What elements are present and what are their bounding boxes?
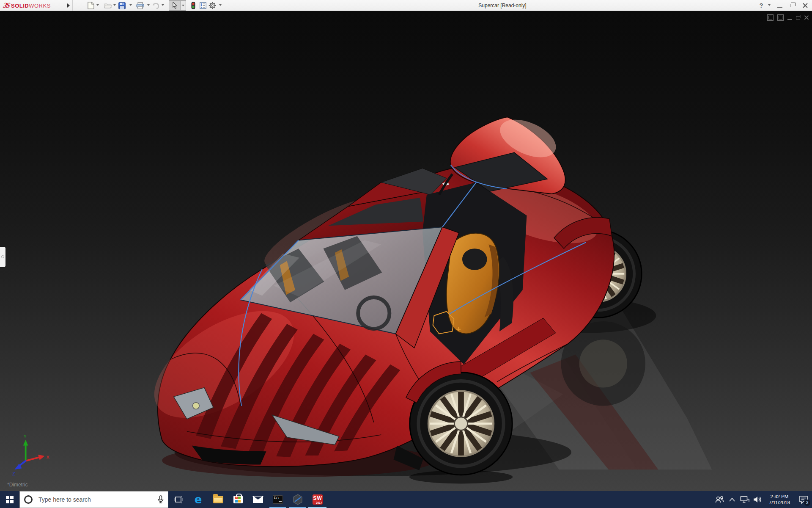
print-button[interactable]	[136, 1, 144, 10]
help-button[interactable]: ?	[755, 0, 767, 11]
solidworks-logo: 3S SOLIDWORKS	[0, 0, 64, 11]
dassault-3s-logo-icon: 3S	[3, 1, 10, 10]
volume-icon	[753, 496, 762, 503]
close-icon	[803, 3, 808, 8]
chevron-up-icon	[729, 498, 735, 502]
solidworks-2017-icon: SW2017	[313, 494, 323, 505]
search-placeholder: Type here to search	[38, 496, 158, 503]
rebuild-traffic-light-icon	[191, 2, 195, 9]
taskbar-item-edge[interactable]: e	[188, 491, 208, 508]
hidden-icons-button[interactable]	[726, 491, 738, 508]
titlebar: 3S SOLIDWORKS	[0, 0, 812, 11]
taskbar-item-solidworks[interactable]: SW2017	[307, 491, 327, 508]
brand-text: SOLIDWORKS	[11, 3, 51, 9]
restore-button[interactable]	[786, 0, 798, 11]
new-document-icon	[88, 2, 94, 9]
search-box[interactable]: Type here to search	[19, 491, 168, 508]
new-document-button[interactable]	[87, 1, 95, 10]
window-title: Supercar [Read-only]	[447, 0, 557, 11]
select-tool-group	[169, 0, 186, 11]
new-document-dropdown[interactable]	[96, 4, 100, 8]
close-button[interactable]	[799, 0, 811, 11]
network-button[interactable]	[738, 491, 751, 508]
print-dropdown[interactable]	[147, 4, 151, 8]
command-prompt-icon: C:\	[273, 495, 283, 504]
open-dropdown[interactable]	[113, 4, 117, 8]
composer-hexagon-icon	[292, 494, 303, 505]
undo-icon	[152, 3, 159, 9]
volume-button[interactable]	[751, 491, 764, 508]
windows-logo-icon	[6, 496, 14, 503]
microphone-icon[interactable]	[158, 495, 164, 504]
graphics-viewport[interactable]: Y X Z *Dimetric	[0, 11, 812, 491]
clock[interactable]: 2:42 PM 7/11/2018	[764, 494, 795, 505]
start-button[interactable]	[0, 491, 19, 508]
file-explorer-icon	[213, 496, 223, 503]
undo-dropdown[interactable]	[162, 4, 165, 8]
taskbar-item-cmd[interactable]: C:\	[268, 491, 288, 508]
taskbar-item-composer[interactable]	[288, 491, 307, 508]
select-tool-button[interactable]	[169, 1, 180, 10]
save-icon	[118, 2, 126, 9]
open-button[interactable]	[104, 1, 112, 10]
orientation-triad[interactable]: Y X Z	[12, 434, 49, 476]
taskbar-item-store[interactable]	[228, 491, 248, 508]
file-properties-icon	[200, 2, 206, 9]
cortana-icon	[24, 495, 33, 504]
notification-badge: 3	[804, 500, 810, 506]
people-icon	[715, 496, 724, 503]
options-gear-icon	[208, 2, 216, 9]
save-button[interactable]	[118, 1, 126, 10]
taskbar-item-mail[interactable]	[248, 491, 268, 508]
options-button[interactable]	[208, 1, 217, 10]
restore-icon	[790, 4, 794, 7]
task-view-button[interactable]	[168, 491, 188, 508]
menu-flyout-button[interactable]	[64, 0, 73, 11]
open-folder-icon	[104, 2, 112, 9]
tray-date: 7/11/2018	[764, 500, 795, 505]
svg-text:Y: Y	[24, 434, 27, 439]
flyout-arrow-icon	[67, 3, 70, 8]
mail-icon	[252, 496, 263, 503]
help-dropdown[interactable]	[768, 4, 771, 8]
svg-text:Z: Z	[12, 471, 15, 476]
select-tool-dropdown[interactable]	[180, 1, 186, 10]
taskbar-item-file-explorer[interactable]	[208, 491, 228, 508]
undo-button[interactable]	[151, 1, 160, 10]
taskbar: Type here to search e C:\	[0, 491, 812, 508]
select-cursor-icon	[172, 2, 178, 9]
minimize-button[interactable]	[774, 0, 786, 11]
svg-text:X: X	[46, 455, 49, 460]
system-tray: 2:42 PM 7/11/2018 3	[713, 491, 812, 508]
task-view-icon	[174, 495, 183, 504]
file-properties-button[interactable]	[199, 1, 207, 10]
store-icon	[233, 496, 243, 503]
minimize-icon	[777, 7, 782, 8]
edge-icon: e	[195, 493, 202, 506]
tray-time: 2:42 PM	[764, 494, 795, 500]
view-orientation-label: *Dimetric	[7, 482, 28, 488]
action-center-button[interactable]: 3	[795, 491, 812, 508]
options-dropdown[interactable]	[219, 4, 222, 8]
print-icon	[136, 2, 144, 9]
save-dropdown[interactable]	[129, 4, 133, 8]
supercar-model[interactable]: Y X Z	[0, 11, 812, 491]
people-button[interactable]	[713, 491, 726, 508]
network-icon	[740, 496, 749, 503]
rebuild-button[interactable]	[189, 1, 198, 10]
